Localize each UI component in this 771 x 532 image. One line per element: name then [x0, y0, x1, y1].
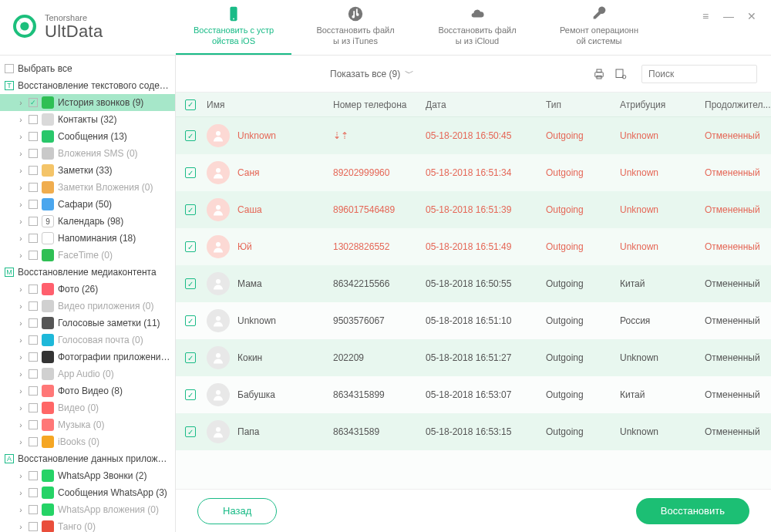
expand-icon[interactable]: ›	[17, 184, 25, 192]
select-all-checkbox[interactable]	[5, 64, 14, 73]
expand-icon[interactable]: ›	[17, 99, 25, 107]
chevron-down-icon[interactable]: ﹀	[405, 67, 414, 80]
item-checkbox[interactable]	[29, 149, 38, 158]
item-checkbox[interactable]	[29, 217, 38, 226]
col-attr[interactable]: Атрибуция	[620, 99, 705, 110]
sidebar-item-label[interactable]: Видео (0)	[58, 402, 99, 413]
window-menu-icon[interactable]: ≡	[700, 10, 711, 22]
sidebar-item[interactable]: ›App Audio (0)	[0, 365, 175, 382]
table-row[interactable]: Unknown⇣⇡05-18-2018 16:50:45OutgoingUnkn…	[176, 117, 771, 154]
sidebar-group-label[interactable]: Восстановление текстового содержи	[18, 80, 170, 91]
sidebar-item-label[interactable]: Вложения SMS (0)	[58, 148, 138, 159]
col-name[interactable]: Имя	[207, 99, 333, 110]
item-checkbox[interactable]	[29, 234, 38, 243]
row-checkbox[interactable]	[185, 204, 196, 215]
expand-icon[interactable]: ›	[17, 285, 25, 294]
sidebar-item-label[interactable]: Заметки (33)	[58, 165, 113, 176]
item-checkbox[interactable]	[29, 471, 38, 480]
sidebar-item[interactable]: ›История звонков (9)	[0, 94, 175, 111]
sidebar-item[interactable]: ›Напоминания (18)	[0, 230, 175, 247]
sidebar-item[interactable]: ›9Календарь (98)	[0, 213, 175, 230]
row-checkbox[interactable]	[185, 426, 196, 437]
sidebar-item[interactable]: ›Фотографии приложений (24	[0, 348, 175, 365]
window-minimize-icon[interactable]: —	[723, 10, 734, 22]
expand-icon[interactable]: ›	[17, 217, 25, 226]
sidebar-item-label[interactable]: WhatsApp Звонки (2)	[58, 470, 146, 481]
sidebar-group-label[interactable]: Восстановление медиаконтента	[18, 267, 157, 278]
expand-icon[interactable]: ›	[17, 370, 25, 379]
row-checkbox[interactable]	[185, 315, 196, 326]
sidebar-item-label[interactable]: Музыка (0)	[58, 419, 104, 430]
item-checkbox[interactable]	[29, 183, 38, 192]
sidebar-item[interactable]: ›Видео приложения (0)	[0, 298, 175, 315]
select-all-checkbox[interactable]	[185, 99, 196, 110]
sidebar-item-label[interactable]: App Audio (0)	[58, 369, 114, 379]
expand-icon[interactable]: ›	[17, 353, 25, 362]
settings-icon[interactable]	[612, 66, 629, 82]
item-checkbox[interactable]	[29, 369, 38, 379]
table-row[interactable]: Unknown950357606705-18-2018 16:51:10Outg…	[176, 302, 771, 339]
sidebar-item-label[interactable]: Сафари (50)	[58, 199, 112, 210]
tab-2[interactable]: Восстановить файлы из iCloud	[419, 0, 535, 55]
item-checkbox[interactable]	[29, 335, 38, 345]
item-checkbox[interactable]	[29, 98, 38, 107]
table-row[interactable]: Мама8634221556605-18-2018 16:50:55Outgoi…	[176, 265, 771, 302]
item-checkbox[interactable]	[29, 251, 38, 260]
sidebar-group-label[interactable]: Восстановление данных приложений	[18, 453, 170, 464]
expand-icon[interactable]: ›	[17, 404, 25, 412]
sidebar-item[interactable]: ›Музыка (0)	[0, 416, 175, 433]
item-checkbox[interactable]	[29, 115, 38, 124]
expand-icon[interactable]: ›	[17, 387, 25, 396]
expand-icon[interactable]: ›	[17, 336, 25, 345]
tab-3[interactable]: Ремонт операционной системы	[541, 0, 657, 55]
sidebar-item[interactable]: ›Фото Видео (8)	[0, 382, 175, 399]
sidebar-item[interactable]: ›FaceTime (0)	[0, 247, 175, 264]
table-row[interactable]: Саша89601754648905-18-2018 16:51:39Outgo…	[176, 191, 771, 228]
expand-icon[interactable]: ›	[17, 234, 25, 243]
window-close-icon[interactable]: ✕	[746, 10, 757, 22]
sidebar-item-label[interactable]: История звонков (9)	[58, 97, 143, 108]
row-checkbox[interactable]	[185, 389, 196, 400]
row-checkbox[interactable]	[185, 130, 196, 141]
col-type[interactable]: Тип	[546, 99, 620, 110]
sidebar-item-label[interactable]: Сообщения WhatsApp (3)	[58, 487, 167, 498]
sidebar-item-label[interactable]: Фото Видео (8)	[58, 386, 123, 396]
expand-icon[interactable]: ›	[17, 302, 25, 311]
item-checkbox[interactable]	[29, 437, 38, 446]
sidebar-item[interactable]: ›Танго (0)	[0, 518, 175, 532]
sidebar-item[interactable]: ›Заметки Вложения (0)	[0, 179, 175, 196]
item-checkbox[interactable]	[29, 505, 38, 514]
row-checkbox[interactable]	[185, 352, 196, 363]
sidebar-item-label[interactable]: iBooks (0)	[58, 436, 99, 447]
row-checkbox[interactable]	[185, 241, 196, 252]
sidebar-item[interactable]: ›Видео (0)	[0, 399, 175, 416]
sidebar-item-label[interactable]: Фото (26)	[58, 284, 98, 295]
expand-icon[interactable]: ›	[17, 472, 25, 480]
sidebar-item[interactable]: ›WhatsApp вложения (0)	[0, 501, 175, 518]
expand-icon[interactable]: ›	[17, 251, 25, 260]
table-row[interactable]: Папа86343158905-18-2018 16:53:15Outgoing…	[176, 413, 771, 450]
back-button[interactable]: Назад	[197, 498, 277, 524]
item-checkbox[interactable]	[29, 301, 38, 311]
sidebar-item[interactable]: ›Сообщения (13)	[0, 128, 175, 145]
sidebar-item[interactable]: ›Контакты (32)	[0, 111, 175, 128]
sidebar-item-label[interactable]: FaceTime (0)	[58, 250, 113, 261]
table-row[interactable]: Бабушка863431589905-18-2018 16:53:07Outg…	[176, 376, 771, 413]
filter-dropdown[interactable]: Показать все (9)	[330, 69, 400, 79]
sidebar-item-label[interactable]: WhatsApp вложения (0)	[58, 504, 159, 515]
col-dur[interactable]: Продолжител...	[705, 99, 771, 110]
expand-icon[interactable]: ›	[17, 506, 25, 514]
item-checkbox[interactable]	[29, 386, 38, 396]
print-icon[interactable]	[591, 66, 608, 82]
col-phone[interactable]: Номер телефона	[333, 99, 426, 110]
item-checkbox[interactable]	[29, 318, 38, 328]
sidebar-item-label[interactable]: Видео приложения (0)	[58, 301, 153, 311]
sidebar-item[interactable]: ›Голосовые заметки (11)	[0, 315, 175, 332]
item-checkbox[interactable]	[29, 285, 38, 294]
sidebar-item[interactable]: ›iBooks (0)	[0, 433, 175, 450]
sidebar-item-label[interactable]: Танго (0)	[58, 521, 96, 532]
item-checkbox[interactable]	[29, 522, 38, 531]
expand-icon[interactable]: ›	[17, 489, 25, 497]
sidebar-item[interactable]: ›Вложения SMS (0)	[0, 145, 175, 162]
sidebar[interactable]: Выбрать всеTВосстановление текстового со…	[0, 56, 176, 532]
